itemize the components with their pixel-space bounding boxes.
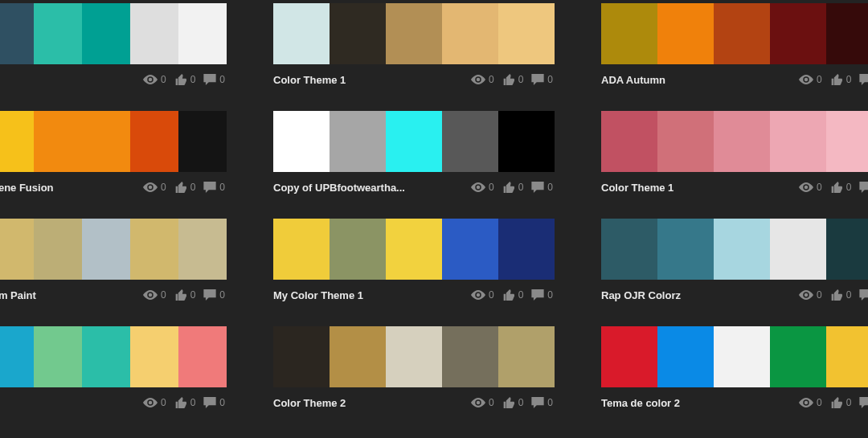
color-swatch[interactable]	[34, 326, 82, 387]
color-swatch[interactable]	[770, 326, 826, 387]
theme-card[interactable]: Copy of UPBfootweartha...000	[273, 111, 555, 219]
color-swatch[interactable]	[498, 3, 555, 64]
color-swatch[interactable]	[498, 219, 555, 280]
color-swatch[interactable]	[714, 219, 770, 280]
views-stat[interactable]: 0	[471, 289, 494, 301]
views-stat[interactable]: 0	[799, 397, 822, 408]
color-swatch[interactable]	[442, 111, 498, 172]
comments-stat[interactable]: 0	[203, 397, 225, 408]
color-swatch[interactable]	[330, 326, 386, 387]
color-swatch[interactable]	[657, 3, 714, 64]
color-swatch[interactable]	[657, 111, 714, 172]
color-swatch[interactable]	[601, 111, 657, 172]
color-swatch[interactable]	[714, 3, 770, 64]
color-swatch[interactable]	[714, 326, 770, 387]
theme-card[interactable]: oom Paint000	[0, 219, 227, 326]
likes-stat[interactable]: 0	[830, 182, 852, 193]
color-swatch[interactable]	[442, 3, 498, 64]
color-swatch[interactable]	[82, 3, 130, 64]
views-stat[interactable]: 0	[143, 74, 166, 85]
color-swatch[interactable]	[601, 219, 657, 280]
color-swatch[interactable]	[82, 111, 130, 172]
likes-stat[interactable]: 0	[502, 397, 524, 408]
likes-stat[interactable]: 0	[174, 289, 196, 301]
color-swatch[interactable]	[82, 326, 130, 387]
color-swatch[interactable]	[0, 111, 34, 172]
theme-card[interactable]: 000	[0, 3, 227, 111]
color-swatch[interactable]	[130, 111, 178, 172]
likes-stat[interactable]: 0	[502, 289, 524, 301]
color-swatch[interactable]	[178, 219, 227, 280]
likes-stat[interactable]: 0	[174, 397, 196, 408]
theme-card[interactable]: My Color Theme 1000	[273, 219, 555, 326]
likes-stat[interactable]: 0	[830, 397, 852, 408]
color-swatch[interactable]	[82, 219, 130, 280]
views-stat[interactable]: 0	[143, 397, 166, 408]
views-stat[interactable]: 0	[471, 74, 494, 85]
comments-stat[interactable]: 0	[859, 74, 868, 85]
color-swatch[interactable]	[130, 326, 178, 387]
color-swatch[interactable]	[130, 219, 178, 280]
comments-stat[interactable]: 0	[859, 289, 868, 301]
likes-stat[interactable]: 0	[174, 74, 196, 85]
comments-stat[interactable]: 0	[203, 74, 225, 85]
likes-stat[interactable]: 0	[502, 74, 524, 85]
theme-card[interactable]: Scene Fusion000	[0, 111, 227, 219]
color-swatch[interactable]	[442, 326, 498, 387]
likes-stat[interactable]: 0	[830, 289, 852, 301]
color-swatch[interactable]	[178, 111, 227, 172]
comments-stat[interactable]: 0	[531, 182, 553, 193]
theme-card[interactable]: Color Theme 1000	[273, 3, 555, 111]
color-swatch[interactable]	[657, 326, 714, 387]
color-swatch[interactable]	[498, 111, 555, 172]
color-swatch[interactable]	[130, 3, 178, 64]
theme-card[interactable]: t000	[0, 326, 227, 434]
theme-card[interactable]: Color Theme 1000	[601, 111, 868, 219]
color-swatch[interactable]	[178, 3, 227, 64]
color-swatch[interactable]	[386, 326, 442, 387]
color-swatch[interactable]	[330, 219, 386, 280]
color-swatch[interactable]	[386, 111, 442, 172]
color-swatch[interactable]	[770, 219, 826, 280]
color-swatch[interactable]	[330, 3, 386, 64]
color-swatch[interactable]	[34, 219, 82, 280]
color-swatch[interactable]	[386, 219, 442, 280]
color-swatch[interactable]	[273, 326, 330, 387]
color-swatch[interactable]	[0, 326, 34, 387]
color-swatch[interactable]	[0, 219, 34, 280]
likes-stat[interactable]: 0	[174, 182, 196, 193]
color-swatch[interactable]	[178, 326, 227, 387]
likes-stat[interactable]: 0	[830, 74, 852, 85]
color-swatch[interactable]	[826, 326, 868, 387]
views-stat[interactable]: 0	[143, 182, 166, 193]
comments-stat[interactable]: 0	[859, 397, 868, 408]
likes-stat[interactable]: 0	[502, 182, 524, 193]
color-swatch[interactable]	[34, 111, 82, 172]
comments-stat[interactable]: 0	[531, 74, 553, 85]
views-stat[interactable]: 0	[471, 397, 494, 408]
views-stat[interactable]: 0	[471, 182, 494, 193]
views-stat[interactable]: 0	[799, 289, 822, 301]
comments-stat[interactable]: 0	[859, 182, 868, 193]
color-swatch[interactable]	[601, 326, 657, 387]
comments-stat[interactable]: 0	[203, 182, 225, 193]
views-stat[interactable]: 0	[799, 182, 822, 193]
color-swatch[interactable]	[498, 326, 555, 387]
color-swatch[interactable]	[0, 3, 34, 64]
color-swatch[interactable]	[273, 111, 330, 172]
color-swatch[interactable]	[826, 219, 868, 280]
theme-card[interactable]: ADA Autumn000	[601, 3, 868, 111]
color-swatch[interactable]	[273, 3, 330, 64]
comments-stat[interactable]: 0	[531, 397, 553, 408]
theme-card[interactable]: Rap OJR Colorz000	[601, 219, 868, 326]
theme-card[interactable]: Tema de color 2000	[601, 326, 868, 434]
color-swatch[interactable]	[826, 111, 868, 172]
views-stat[interactable]: 0	[799, 74, 822, 85]
color-swatch[interactable]	[34, 3, 82, 64]
comments-stat[interactable]: 0	[203, 289, 225, 301]
color-swatch[interactable]	[657, 219, 714, 280]
color-swatch[interactable]	[826, 3, 868, 64]
color-swatch[interactable]	[330, 111, 386, 172]
theme-card[interactable]: Color Theme 2000	[273, 326, 555, 434]
color-swatch[interactable]	[714, 111, 770, 172]
